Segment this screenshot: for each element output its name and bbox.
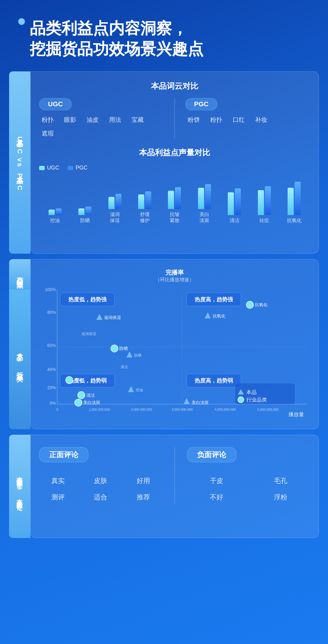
svg-point-50 xyxy=(238,397,244,403)
bar-chart: 控油 防晒 滋润保湿 xyxy=(39,175,310,224)
bar-group: 舒缓修护 xyxy=(132,170,157,224)
scatter-plot: 100% 80% 60% 40% 20% 0% 0 1,000,000,000 … xyxy=(39,286,310,420)
wc-word: 粉扑 xyxy=(39,115,56,125)
legend-box-pgc xyxy=(68,166,73,170)
legend-box-ugc xyxy=(39,166,45,170)
wc-word: 遮瑕 xyxy=(39,128,56,139)
svg-text:2,000,000,000: 2,000,000,000 xyxy=(131,408,152,411)
svg-marker-38 xyxy=(128,386,134,392)
tag: 真实 xyxy=(39,474,77,487)
tag: 毛孔 xyxy=(251,474,310,487)
svg-text:抗氧化: 抗氧化 xyxy=(255,303,268,307)
bar-pgc xyxy=(115,194,121,209)
tag: 推荐 xyxy=(125,491,162,504)
svg-text:0: 0 xyxy=(56,408,58,411)
tag: 浮粉 xyxy=(251,491,310,504)
bar-group: 清洁 xyxy=(222,176,247,224)
svg-text:控油: 控油 xyxy=(74,378,81,382)
bar-pair xyxy=(198,170,211,209)
scatter-svg: 100% 80% 60% 40% 20% 0% 0 1,000,000,000 … xyxy=(39,286,310,420)
svg-text:20%: 20% xyxy=(47,385,56,390)
svg-text:清洁: 清洁 xyxy=(121,365,128,369)
sidebar-label-section3: 本品正面评论 vs 本品负面评论 xyxy=(9,435,30,538)
svg-point-40 xyxy=(78,392,85,399)
bar-group: 抗皱紧致 xyxy=(162,170,187,224)
positive-tags: 真实 皮肤 好用 测评 适合 推荐 xyxy=(39,474,162,504)
section3-card: 正面评论 真实 皮肤 好用 测评 适合 推荐 负面评论 xyxy=(30,435,319,538)
wc-word: 补妆 xyxy=(253,115,270,125)
svg-point-36 xyxy=(66,376,73,384)
bar-pair xyxy=(49,176,62,215)
svg-text:5,000,000,000: 5,000,000,000 xyxy=(257,408,278,411)
svg-text:4,000,000,000: 4,000,000,000 xyxy=(215,408,236,411)
bar-label: 美白淡斑 xyxy=(200,211,209,224)
wc-divider xyxy=(174,98,175,139)
svg-text:100%: 100% xyxy=(45,287,56,292)
bar-group: 滋润保湿 xyxy=(102,170,128,224)
bar-label: 控油 xyxy=(50,218,60,224)
ugc-label: UGC xyxy=(39,98,72,110)
tag: 干皮 xyxy=(187,474,246,487)
tag: 好用 xyxy=(125,474,162,487)
wc-word: 粉扑 xyxy=(208,115,225,125)
word-cloud-row: UGC 粉扑 眼影 油皮 用法 宝藏 遮瑕 PGC 粉饼 粉扑 xyxy=(39,98,310,139)
svg-text:美白淡斑: 美白淡斑 xyxy=(192,400,209,405)
bar-pair xyxy=(228,176,241,215)
section1-row: 本品UGC vs 本品PGC 本品词云对比 UGC 粉扑 眼影 油皮 用法 宝藏… xyxy=(9,71,319,254)
sidebar-labels-col: 产品利益点 本品 vs 行业品类 xyxy=(9,259,30,429)
svg-text:3,000,000,000: 3,000,000,000 xyxy=(172,408,193,411)
bar-label: 清洁 xyxy=(230,218,239,224)
ugc-words: 粉扑 眼影 油皮 用法 宝藏 遮瑕 xyxy=(39,115,164,139)
legend-pgc-label: PGC xyxy=(76,165,87,171)
wc-word: 用法 xyxy=(107,115,124,125)
section2-row: 产品利益点 本品 vs 行业品类 完播率 （环比播放增速） xyxy=(9,259,319,429)
svg-text:1,000,000,000: 1,000,000,000 xyxy=(89,408,110,411)
bar-label: 滋润保湿 xyxy=(110,211,120,224)
bar-pgc xyxy=(56,208,62,215)
svg-text:热度低，趋势弱: 热度低，趋势弱 xyxy=(68,377,107,384)
pgc-words: 粉饼 粉扑 口红 补妆 xyxy=(185,115,310,125)
bar-label: 抗氧化 xyxy=(287,218,302,224)
bar-pgc xyxy=(295,182,301,215)
ugc-col: UGC 粉扑 眼影 油皮 用法 宝藏 遮瑕 xyxy=(39,98,164,139)
svg-point-32 xyxy=(111,345,118,352)
bar-pair xyxy=(168,170,181,209)
bar-label: 防晒 xyxy=(80,218,90,224)
bar-ugc xyxy=(168,191,174,209)
tag: 测评 xyxy=(39,491,77,504)
header-title-line1: 品类利益点内容洞察， xyxy=(30,18,203,39)
wc-word: 油皮 xyxy=(84,115,101,125)
svg-text:60%: 60% xyxy=(47,343,56,348)
header-dot xyxy=(18,18,25,25)
svg-text:热度低，趋势强: 热度低，趋势强 xyxy=(68,296,107,303)
positive-header: 正面评论 xyxy=(39,447,88,462)
wc-word: 粉饼 xyxy=(185,115,202,125)
comments-row: 正面评论 真实 皮肤 好用 测评 适合 推荐 负面评论 xyxy=(39,447,310,504)
negative-col: 负面评论 干皮 毛孔 不好 浮粉 xyxy=(187,447,310,504)
bar-group: 防晒 xyxy=(72,176,97,224)
bar-pgc xyxy=(265,186,271,215)
header: 品类利益点内容洞察， 挖掘货品功效场景兴趣点 xyxy=(0,0,328,71)
comments-divider xyxy=(174,447,175,504)
svg-text:本品: 本品 xyxy=(246,389,257,395)
sidebar-label-section1: 本品UGC vs 本品PGC xyxy=(9,71,30,254)
bar-ugc xyxy=(108,197,114,209)
bar-label: 抗皱紧致 xyxy=(170,211,179,224)
svg-text:清洁: 清洁 xyxy=(86,393,95,398)
section1-card: 本品词云对比 UGC 粉扑 眼影 油皮 用法 宝藏 遮瑕 PGC xyxy=(30,71,319,254)
scatter-y-title: 完播率 （环比播放增速） xyxy=(39,269,310,283)
bar-pgc xyxy=(85,207,91,215)
header-title-line2: 挖掘货品功效场景兴趣点 xyxy=(30,39,203,60)
wc-word: 眼影 xyxy=(62,115,79,125)
bar-group: 抗氧化 xyxy=(282,176,307,224)
svg-text:0%: 0% xyxy=(50,401,56,406)
svg-text:抗氧化: 抗氧化 xyxy=(213,313,225,318)
svg-text:防晒: 防晒 xyxy=(119,346,128,351)
wc-word: 宝藏 xyxy=(129,115,146,125)
bar-label: 舒缓修护 xyxy=(140,211,150,224)
negative-header: 负面评论 xyxy=(187,447,236,462)
section3-row: 本品正面评论 vs 本品负面评论 正面评论 真实 皮肤 好用 测评 适合 推荐 xyxy=(9,435,319,538)
bar-pgc xyxy=(235,188,241,215)
bar-pair xyxy=(78,176,91,215)
wc-word: 口红 xyxy=(230,115,247,125)
